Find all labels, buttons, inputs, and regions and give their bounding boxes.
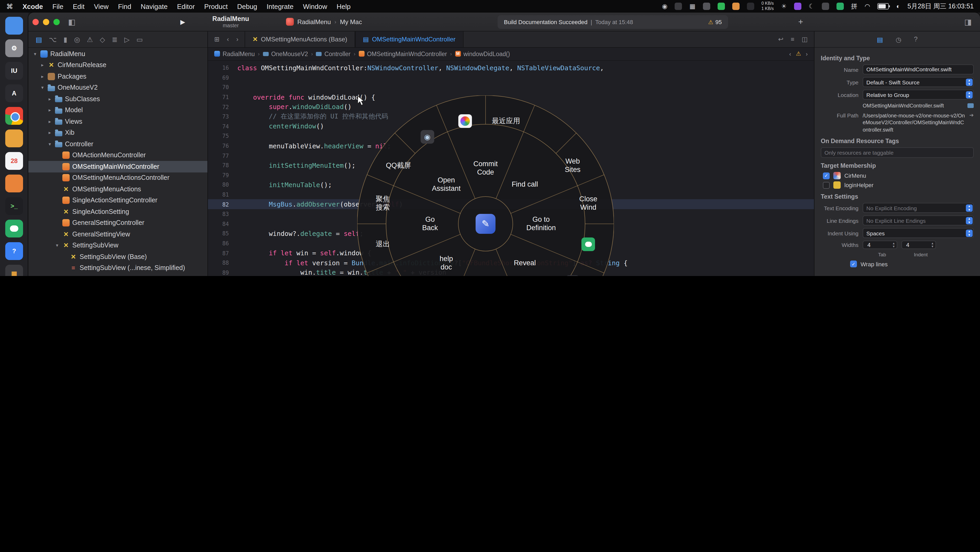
dock-messages[interactable]	[5, 17, 23, 35]
navigator-item-SettingSubView-inese-Simplified[interactable]: ≡SettingSubView (...inese, Simplified)	[28, 262, 207, 274]
wheel-item-最近应用[interactable]: 最近应用	[492, 117, 520, 125]
terminal-extra-icon[interactable]	[747, 3, 754, 10]
dock-help[interactable]: ?	[5, 242, 23, 260]
scheme-selector[interactable]: RadialMenu › My Mac	[286, 18, 362, 26]
wheel-item-Open-Assistant[interactable]: Open Assistant	[432, 176, 461, 193]
battery-app-icon[interactable]	[822, 3, 829, 10]
history-inspector-icon[interactable]: ◷	[896, 35, 901, 43]
issue-prev-icon[interactable]: ‹	[789, 51, 791, 57]
navigator-item-SettingSubView[interactable]: ▾✕SettingSubView	[28, 240, 207, 251]
keyboard-grid-icon[interactable]: ▦	[690, 3, 695, 10]
location-popup[interactable]: Relative to Group ▲▼	[863, 89, 974, 100]
disclosure-icon[interactable]: ▸	[40, 74, 45, 79]
file-inspector-icon[interactable]: ▤	[877, 35, 883, 43]
breadcrumb-windowDidLoad[interactable]: MwindowDidLoad()	[455, 51, 510, 57]
debug-navigator[interactable]: ≣	[112, 35, 118, 43]
issues-navigator[interactable]: ⚠	[87, 35, 93, 43]
breakpoints-navigator[interactable]: ▷	[124, 35, 130, 43]
destination-name[interactable]: My Mac	[340, 18, 362, 26]
mic-extra-icon[interactable]	[703, 3, 710, 10]
wheel-item-Close-Wind[interactable]: Close Wind	[579, 195, 597, 212]
whatsapp-icon[interactable]	[718, 3, 725, 10]
bookmarks-navigator[interactable]: ▮	[64, 35, 67, 43]
navigator-item-Views[interactable]: ▸Views	[28, 116, 207, 127]
target-checkbox-CirMenu[interactable]: ✓	[823, 172, 830, 179]
wheel-item-Commit-Code[interactable]: Commit Code	[474, 160, 498, 177]
navigator-item-Model[interactable]: ▸Model	[28, 105, 207, 116]
app-extra-dark-icon[interactable]	[675, 3, 682, 10]
menubar-item-Navigate[interactable]: Navigate	[141, 2, 168, 10]
tab-width-stepper[interactable]: 4 ▲▼	[863, 241, 897, 249]
issue-warning-icon[interactable]: ⚠	[796, 50, 801, 57]
menubar-item-Xcode[interactable]: Xcode	[22, 2, 43, 10]
dock-terminal[interactable]: >_	[5, 197, 23, 215]
disclosure-icon[interactable]: ▾	[40, 85, 45, 91]
menubar-item-Edit[interactable]: Edit	[73, 2, 84, 10]
control-center-icon[interactable]: ◐	[896, 3, 900, 10]
source-control-navigator[interactable]: ⌥	[49, 35, 57, 43]
wheel-item-help-doc[interactable]: help doc	[440, 255, 453, 271]
target-checkbox-loginHelper[interactable]	[823, 182, 830, 188]
brightness-icon[interactable]: ☀	[781, 3, 787, 10]
dock-settings[interactable]: ⚙	[5, 39, 23, 57]
moon-icon[interactable]: ☾	[809, 3, 815, 10]
navigator-item-OMActionMenuController[interactable]: OMActionMenuController	[28, 150, 207, 161]
apple-menu-icon[interactable]: ⌘	[6, 2, 13, 10]
wheel-item-聚焦-搜索[interactable]: 聚焦 搜索	[376, 195, 390, 212]
close-window-button[interactable]	[32, 19, 39, 25]
dock-android-studio[interactable]: A	[5, 85, 23, 102]
wheel-item-Go-Back[interactable]: Go Back	[422, 215, 438, 232]
dock-calendar-28[interactable]: 28	[5, 152, 23, 170]
dock-chrome[interactable]	[5, 107, 23, 125]
menubar-item-Integrate[interactable]: Integrate	[267, 2, 294, 10]
editor-options-icon[interactable]: ≡	[791, 36, 794, 43]
disclosure-icon[interactable]: ▸	[40, 63, 45, 68]
breadcrumb-OneMouseV2[interactable]: OneMouseV2	[262, 51, 308, 57]
odr-field[interactable]: Only resources are taggable	[821, 147, 974, 158]
navigator-item-OMSettingMenuActionsController[interactable]: OMSettingMenuActionsController	[28, 172, 207, 183]
wheel-item-photos[interactable]	[458, 114, 472, 128]
wheel-item-Find-call[interactable]: Find call	[512, 180, 538, 189]
inspector-toggle-icon[interactable]: ◨	[964, 17, 972, 27]
wheel-item-screenshot[interactable]: ◉	[421, 130, 434, 144]
menubar-item-View[interactable]: View	[94, 2, 109, 10]
disclosure-icon[interactable]: ▾	[47, 142, 52, 147]
vpn-icon[interactable]	[794, 3, 802, 10]
add-button[interactable]: +	[798, 17, 803, 27]
wheel-item-Comments[interactable]: Comments	[469, 275, 503, 276]
tab-OMSettingMainWndController[interactable]: ▤OMSettingMainWndController	[355, 32, 463, 47]
wifi-icon[interactable]: ◠	[865, 3, 870, 10]
menubar-item-File[interactable]: File	[52, 2, 64, 10]
dock-tencent[interactable]	[5, 129, 23, 147]
wheel-item-contacts[interactable]: ☻	[566, 275, 579, 276]
menubar-item-Window[interactable]: Window	[303, 2, 328, 10]
navigator-item-SingleActionSettingController[interactable]: SingleActionSettingController	[28, 195, 207, 206]
navigator-item-SettingSubView-Base[interactable]: ✕SettingSubView (Base)	[28, 251, 207, 262]
input-method-icon[interactable]: 拼	[851, 2, 858, 11]
menubar-item-Editor[interactable]: Editor	[177, 2, 195, 10]
navigator-item-OMSettingMainWndController[interactable]: OMSettingMainWndController	[28, 161, 207, 172]
wheel-item-Reveal[interactable]: Reveal	[514, 259, 536, 267]
dock-wechat[interactable]	[5, 220, 23, 238]
navigator-item-SingleActionSetting[interactable]: ✕SingleActionSetting	[28, 206, 207, 217]
indent-using-popup[interactable]: Spaces ▲▼	[863, 228, 974, 238]
navigator-item-Controller[interactable]: ▾Controller	[28, 139, 207, 150]
navigator-toggle-icon[interactable]: ◧	[68, 17, 75, 27]
code-line-69[interactable]: 69	[208, 73, 814, 82]
wheel-item-Web-Sites[interactable]: Web Sites	[565, 157, 581, 174]
indent-width-stepper[interactable]: 4 ▲▼	[901, 241, 936, 249]
minimize-window-button[interactable]	[43, 19, 49, 25]
navigator-item-GeneralSettingController[interactable]: GeneralSettingController	[28, 217, 207, 228]
menubar-item-Find[interactable]: Find	[118, 2, 132, 10]
navigator-item-Xib[interactable]: ▸Xib	[28, 127, 207, 139]
wheel-item-wechat[interactable]	[581, 238, 595, 251]
breadcrumb-RadialMenu[interactable]: RadialMenu	[214, 51, 255, 57]
wheel-item-QQ截屏[interactable]: QQ截屏	[386, 161, 411, 170]
wheel-item-Go-to-Definition[interactable]: Go to Definition	[527, 215, 556, 232]
dock-swift[interactable]	[5, 175, 23, 192]
navigator-item-OMSettingMenuActions[interactable]: ✕OMSettingMenuActions	[28, 183, 207, 195]
dock-calculator[interactable]: ▦	[5, 265, 23, 276]
breadcrumb-Controller[interactable]: Controller	[316, 51, 351, 57]
navigator-item-OneMouseV2[interactable]: ▾OneMouseV2	[28, 82, 207, 93]
navigator-item-Packages[interactable]: ▸Packages	[28, 71, 207, 82]
